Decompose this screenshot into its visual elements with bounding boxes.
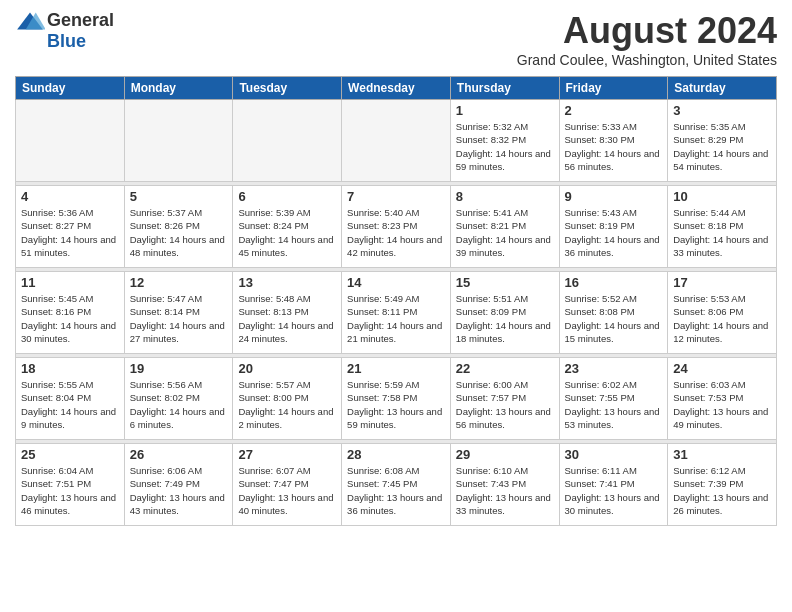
day-number: 16 bbox=[565, 275, 663, 290]
day-info: Sunrise: 5:32 AMSunset: 8:32 PMDaylight:… bbox=[456, 120, 554, 173]
calendar-cell: 22Sunrise: 6:00 AMSunset: 7:57 PMDayligh… bbox=[450, 358, 559, 440]
header-monday: Monday bbox=[124, 77, 233, 100]
day-info: Sunrise: 5:52 AMSunset: 8:08 PMDaylight:… bbox=[565, 292, 663, 345]
logo-icon bbox=[15, 11, 45, 31]
calendar-cell bbox=[233, 100, 342, 182]
day-number: 18 bbox=[21, 361, 119, 376]
day-number: 10 bbox=[673, 189, 771, 204]
calendar-cell: 3Sunrise: 5:35 AMSunset: 8:29 PMDaylight… bbox=[668, 100, 777, 182]
header-thursday: Thursday bbox=[450, 77, 559, 100]
day-info: Sunrise: 5:36 AMSunset: 8:27 PMDaylight:… bbox=[21, 206, 119, 259]
calendar-cell: 9Sunrise: 5:43 AMSunset: 8:19 PMDaylight… bbox=[559, 186, 668, 268]
calendar-subtitle: Grand Coulee, Washington, United States bbox=[517, 52, 777, 68]
day-info: Sunrise: 5:53 AMSunset: 8:06 PMDaylight:… bbox=[673, 292, 771, 345]
calendar-cell: 25Sunrise: 6:04 AMSunset: 7:51 PMDayligh… bbox=[16, 444, 125, 526]
day-number: 1 bbox=[456, 103, 554, 118]
header-saturday: Saturday bbox=[668, 77, 777, 100]
day-number: 14 bbox=[347, 275, 445, 290]
day-info: Sunrise: 5:59 AMSunset: 7:58 PMDaylight:… bbox=[347, 378, 445, 431]
day-info: Sunrise: 5:45 AMSunset: 8:16 PMDaylight:… bbox=[21, 292, 119, 345]
calendar-cell: 24Sunrise: 6:03 AMSunset: 7:53 PMDayligh… bbox=[668, 358, 777, 440]
header-wednesday: Wednesday bbox=[342, 77, 451, 100]
day-number: 22 bbox=[456, 361, 554, 376]
day-number: 7 bbox=[347, 189, 445, 204]
calendar-cell: 8Sunrise: 5:41 AMSunset: 8:21 PMDaylight… bbox=[450, 186, 559, 268]
day-number: 29 bbox=[456, 447, 554, 462]
day-number: 26 bbox=[130, 447, 228, 462]
calendar-week-row: 11Sunrise: 5:45 AMSunset: 8:16 PMDayligh… bbox=[16, 272, 777, 354]
day-info: Sunrise: 5:41 AMSunset: 8:21 PMDaylight:… bbox=[456, 206, 554, 259]
day-info: Sunrise: 6:03 AMSunset: 7:53 PMDaylight:… bbox=[673, 378, 771, 431]
day-info: Sunrise: 6:08 AMSunset: 7:45 PMDaylight:… bbox=[347, 464, 445, 517]
day-number: 8 bbox=[456, 189, 554, 204]
day-number: 2 bbox=[565, 103, 663, 118]
page-header: General Blue August 2024 Grand Coulee, W… bbox=[15, 10, 777, 68]
day-info: Sunrise: 5:57 AMSunset: 8:00 PMDaylight:… bbox=[238, 378, 336, 431]
day-number: 24 bbox=[673, 361, 771, 376]
calendar-cell bbox=[342, 100, 451, 182]
day-info: Sunrise: 5:44 AMSunset: 8:18 PMDaylight:… bbox=[673, 206, 771, 259]
day-info: Sunrise: 5:48 AMSunset: 8:13 PMDaylight:… bbox=[238, 292, 336, 345]
day-info: Sunrise: 5:37 AMSunset: 8:26 PMDaylight:… bbox=[130, 206, 228, 259]
logo-blue: Blue bbox=[47, 31, 86, 52]
day-info: Sunrise: 5:55 AMSunset: 8:04 PMDaylight:… bbox=[21, 378, 119, 431]
calendar-cell: 1Sunrise: 5:32 AMSunset: 8:32 PMDaylight… bbox=[450, 100, 559, 182]
day-number: 30 bbox=[565, 447, 663, 462]
day-info: Sunrise: 5:33 AMSunset: 8:30 PMDaylight:… bbox=[565, 120, 663, 173]
calendar-cell: 20Sunrise: 5:57 AMSunset: 8:00 PMDayligh… bbox=[233, 358, 342, 440]
header-tuesday: Tuesday bbox=[233, 77, 342, 100]
day-info: Sunrise: 5:40 AMSunset: 8:23 PMDaylight:… bbox=[347, 206, 445, 259]
day-info: Sunrise: 6:04 AMSunset: 7:51 PMDaylight:… bbox=[21, 464, 119, 517]
calendar-cell: 4Sunrise: 5:36 AMSunset: 8:27 PMDaylight… bbox=[16, 186, 125, 268]
calendar-cell: 21Sunrise: 5:59 AMSunset: 7:58 PMDayligh… bbox=[342, 358, 451, 440]
day-info: Sunrise: 5:47 AMSunset: 8:14 PMDaylight:… bbox=[130, 292, 228, 345]
day-info: Sunrise: 6:06 AMSunset: 7:49 PMDaylight:… bbox=[130, 464, 228, 517]
calendar-cell: 18Sunrise: 5:55 AMSunset: 8:04 PMDayligh… bbox=[16, 358, 125, 440]
day-info: Sunrise: 6:10 AMSunset: 7:43 PMDaylight:… bbox=[456, 464, 554, 517]
calendar-cell: 2Sunrise: 5:33 AMSunset: 8:30 PMDaylight… bbox=[559, 100, 668, 182]
day-number: 27 bbox=[238, 447, 336, 462]
day-info: Sunrise: 5:39 AMSunset: 8:24 PMDaylight:… bbox=[238, 206, 336, 259]
calendar-cell: 6Sunrise: 5:39 AMSunset: 8:24 PMDaylight… bbox=[233, 186, 342, 268]
calendar-cell: 28Sunrise: 6:08 AMSunset: 7:45 PMDayligh… bbox=[342, 444, 451, 526]
calendar-cell: 16Sunrise: 5:52 AMSunset: 8:08 PMDayligh… bbox=[559, 272, 668, 354]
day-number: 20 bbox=[238, 361, 336, 376]
calendar-cell: 17Sunrise: 5:53 AMSunset: 8:06 PMDayligh… bbox=[668, 272, 777, 354]
day-number: 25 bbox=[21, 447, 119, 462]
day-info: Sunrise: 5:43 AMSunset: 8:19 PMDaylight:… bbox=[565, 206, 663, 259]
calendar-cell: 5Sunrise: 5:37 AMSunset: 8:26 PMDaylight… bbox=[124, 186, 233, 268]
day-number: 5 bbox=[130, 189, 228, 204]
day-number: 28 bbox=[347, 447, 445, 462]
calendar-cell: 31Sunrise: 6:12 AMSunset: 7:39 PMDayligh… bbox=[668, 444, 777, 526]
calendar-cell: 13Sunrise: 5:48 AMSunset: 8:13 PMDayligh… bbox=[233, 272, 342, 354]
calendar-cell: 23Sunrise: 6:02 AMSunset: 7:55 PMDayligh… bbox=[559, 358, 668, 440]
day-number: 4 bbox=[21, 189, 119, 204]
day-number: 15 bbox=[456, 275, 554, 290]
calendar-week-row: 25Sunrise: 6:04 AMSunset: 7:51 PMDayligh… bbox=[16, 444, 777, 526]
day-info: Sunrise: 5:56 AMSunset: 8:02 PMDaylight:… bbox=[130, 378, 228, 431]
calendar-table: Sunday Monday Tuesday Wednesday Thursday… bbox=[15, 76, 777, 526]
header-friday: Friday bbox=[559, 77, 668, 100]
day-number: 3 bbox=[673, 103, 771, 118]
day-number: 17 bbox=[673, 275, 771, 290]
day-number: 6 bbox=[238, 189, 336, 204]
calendar-cell bbox=[16, 100, 125, 182]
calendar-cell: 12Sunrise: 5:47 AMSunset: 8:14 PMDayligh… bbox=[124, 272, 233, 354]
day-info: Sunrise: 5:35 AMSunset: 8:29 PMDaylight:… bbox=[673, 120, 771, 173]
day-info: Sunrise: 6:07 AMSunset: 7:47 PMDaylight:… bbox=[238, 464, 336, 517]
calendar-cell bbox=[124, 100, 233, 182]
day-info: Sunrise: 5:49 AMSunset: 8:11 PMDaylight:… bbox=[347, 292, 445, 345]
header-sunday: Sunday bbox=[16, 77, 125, 100]
day-info: Sunrise: 6:02 AMSunset: 7:55 PMDaylight:… bbox=[565, 378, 663, 431]
logo-general: General bbox=[47, 10, 114, 31]
calendar-cell: 7Sunrise: 5:40 AMSunset: 8:23 PMDaylight… bbox=[342, 186, 451, 268]
calendar-week-row: 1Sunrise: 5:32 AMSunset: 8:32 PMDaylight… bbox=[16, 100, 777, 182]
day-info: Sunrise: 6:11 AMSunset: 7:41 PMDaylight:… bbox=[565, 464, 663, 517]
calendar-cell: 14Sunrise: 5:49 AMSunset: 8:11 PMDayligh… bbox=[342, 272, 451, 354]
calendar-cell: 29Sunrise: 6:10 AMSunset: 7:43 PMDayligh… bbox=[450, 444, 559, 526]
calendar-week-row: 4Sunrise: 5:36 AMSunset: 8:27 PMDaylight… bbox=[16, 186, 777, 268]
title-section: August 2024 Grand Coulee, Washington, Un… bbox=[517, 10, 777, 68]
day-number: 11 bbox=[21, 275, 119, 290]
day-info: Sunrise: 6:00 AMSunset: 7:57 PMDaylight:… bbox=[456, 378, 554, 431]
day-number: 31 bbox=[673, 447, 771, 462]
